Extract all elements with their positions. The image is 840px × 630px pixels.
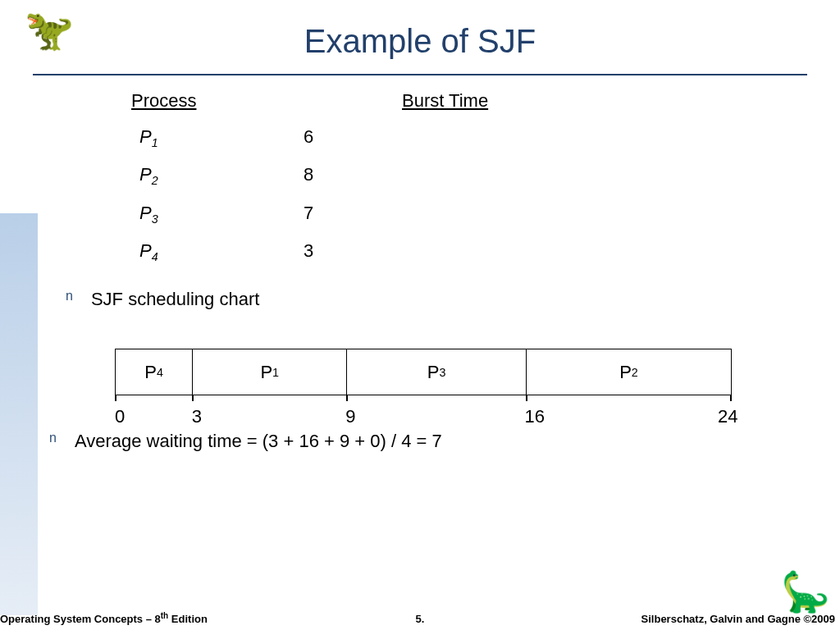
process-name: P4 (139, 240, 304, 263)
bullet-icon: n (66, 289, 73, 310)
col-header-process: Process (131, 90, 262, 112)
tick-label: 3 (192, 406, 202, 427)
content-area: Process Burst Time P1 6 P2 8 P3 7 P4 3 n… (82, 90, 791, 310)
tick-label: 9 (345, 406, 355, 427)
slide-title: Example of SJF (0, 23, 840, 60)
process-name: P1 (139, 126, 304, 149)
tick-label: 0 (115, 406, 125, 427)
bullet-chart-label: n SJF scheduling chart (82, 289, 791, 310)
table-row: P3 7 (139, 203, 791, 226)
gantt-box: P2 (527, 349, 731, 395)
gantt-chart: P4 P1 P3 P2 (115, 349, 732, 395)
process-name: P2 (139, 164, 304, 187)
table-row: P1 6 (139, 126, 791, 149)
tick-label: 16 (525, 406, 545, 427)
burst-value: 7 (304, 203, 369, 226)
table-row: P2 8 (139, 164, 791, 187)
burst-value: 6 (304, 126, 369, 149)
gantt-box: P1 (193, 349, 347, 395)
left-sidebar-decoration (0, 213, 38, 615)
bullet-avg-wait: n Average waiting time = (3 + 16 + 9 + 0… (66, 431, 442, 452)
dinosaur-icon: 🦕 (781, 568, 830, 615)
title-underline (33, 74, 807, 75)
table-row: P4 3 (139, 240, 791, 263)
footer-page-number: 5. (416, 613, 425, 625)
tick-label: 24 (718, 406, 737, 427)
bullet-icon: n (49, 431, 57, 452)
gantt-box: P4 (116, 349, 193, 395)
gantt-box: P3 (347, 349, 527, 395)
process-name: P3 (139, 203, 304, 226)
footer-left: Operating System Concepts – 8th Edition (0, 611, 208, 625)
burst-value: 8 (304, 164, 369, 187)
col-header-burst: Burst Time (402, 90, 533, 112)
burst-value: 3 (304, 240, 369, 263)
